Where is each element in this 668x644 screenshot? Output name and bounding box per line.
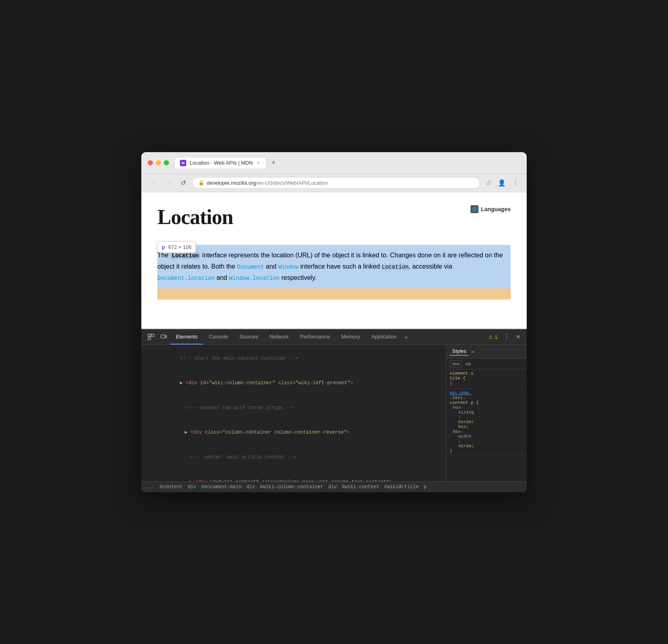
languages-icon: 🌐 [470,205,479,213]
svg-rect-3 [161,335,165,338]
styles-overflow-button[interactable]: » [471,348,474,355]
paragraph-highlight-yellow [157,288,511,300]
style-close-brace-2: } [450,448,523,453]
breadcrumb-wiki-article[interactable]: #wikiArticle [383,483,420,491]
comment-node: <!-- start the main content container --… [180,356,298,361]
devtools-line: <!-- start the main content container --… [141,346,446,371]
styles-tab[interactable]: Styles [450,347,468,356]
devtools-warning-indicator: ⚠ 1 [485,334,501,340]
styles-panel-header: Styles » [446,345,527,359]
tab-console[interactable]: Console [203,330,234,344]
styles-panel: Styles » :hov .cls element.style { } [446,345,527,481]
security-lock-icon: 🔒 [198,180,204,185]
cls-button[interactable]: .cls [464,361,471,366]
responsive-design-button[interactable] [157,330,170,343]
breadcrumb-wiki-column[interactable]: #wiki-column-container [258,483,325,491]
warning-count: 1 [495,334,497,340]
tab-application[interactable]: Application [366,330,403,344]
devtools-breadcrumb: ... #content div #document-main div #wik… [141,481,527,492]
elements-panel: <!-- start the main content container --… [141,345,446,481]
devtools-main-area: <!-- start the main content container --… [141,345,527,481]
devtools-tabs-bar: Elements Console Sources Network Perform… [141,330,527,345]
url-display: developer.mozilla.org/en-US/docs/Web/API… [207,180,328,186]
style-prop-box-sizing: box- sizing : border box; [450,405,523,429]
style-close-brace: } [450,381,523,387]
page-content: 🌐 Languages Location p 672 × 106 The Loc… [141,192,527,329]
forward-button[interactable]: → [163,177,174,188]
style-selector: element.style { [450,371,523,381]
new-tab-button[interactable]: + [269,159,278,167]
svg-rect-1 [148,337,151,340]
devtools-line[interactable]: ▶ <div id="wiki-content" class="column-m… [141,470,446,481]
url-bar[interactable]: 🔒 developer.mozilla.org/en-US/docs/Web/A… [192,177,480,189]
document-location-link[interactable]: Document.location [157,274,215,281]
tab-favicon-icon: M [180,160,186,166]
devtools-line[interactable]: ▶ <div id="wiki-column-container" class=… [141,371,446,396]
inspect-element-button[interactable] [145,330,157,343]
languages-button[interactable]: 🌐 Languages [470,205,511,213]
style-selector-2: .text-content p { [450,395,523,405]
tab-memory[interactable]: Memory [336,330,366,344]
address-bar: ← → ↺ 🔒 developer.mozilla.org/en-US/docs… [141,174,527,192]
breadcrumb-content[interactable]: #content [158,483,185,491]
devtools-more-button[interactable]: ⋮ [501,331,513,343]
address-actions: ☆ 👤 ⋮ [484,177,520,188]
tab-close-button[interactable]: × [256,160,261,166]
style-rule-element: element.style { } [446,369,527,389]
breadcrumb-p[interactable]: p [422,483,428,491]
url-domain: developer.mozilla.org [207,180,256,186]
bookmark-button[interactable]: ☆ [484,177,493,188]
browser-menu-button[interactable]: ⋮ [511,177,520,188]
tab-title: Location - Web APIs | MDN [189,160,253,166]
hov-button[interactable]: :hov [450,360,462,367]
refresh-button[interactable]: ↺ [178,177,188,188]
page-title: Location [157,205,511,229]
breadcrumb-div-3[interactable]: div [327,483,339,491]
breadcrumb-div-1[interactable]: div [186,483,198,491]
tab-sources[interactable]: Sources [234,330,264,344]
tooltip-tag: p [162,244,165,250]
svg-rect-2 [151,334,154,336]
devtools-line: <!-- center: main article content --> [141,445,446,470]
maximize-window-button[interactable] [164,160,169,165]
minimize-window-button[interactable] [156,160,161,165]
title-bar: M Location - Web APIs | MDN × + [141,152,527,174]
devtools-panel: Elements Console Sources Network Perform… [141,329,527,492]
breadcrumb-div-2[interactable]: div [245,483,257,491]
devtools-line: <!-- content row with three strips --> [141,396,446,421]
account-button[interactable]: 👤 [496,177,507,188]
document-link[interactable]: Document [237,263,264,270]
devtools-line[interactable]: ▶ <div class="column-container column-co… [141,420,446,445]
warning-icon: ⚠ [488,334,493,340]
devtools-close-button[interactable]: × [513,331,523,343]
tab-bar: M Location - Web APIs | MDN × + [174,157,520,169]
svg-rect-0 [148,334,151,336]
breadcrumb-wiki-content[interactable]: #wiki-content [340,483,381,491]
tab-elements[interactable]: Elements [170,330,203,344]
url-path: /en-US/docs/Web/API/Location [256,180,328,186]
style-link[interactable]: mdn.cb0e… [450,391,523,395]
paragraph-highlight-blue: The Location interface represents the lo… [157,245,511,288]
breadcrumb-document-main[interactable]: #document-main [200,483,243,491]
traffic-lights [148,160,169,165]
languages-label: Languages [481,206,511,212]
back-button[interactable]: ← [148,177,159,188]
tooltip-size: 672 × 106 [168,244,191,250]
styles-filter-row: :hov .cls [446,359,527,369]
window-location-link[interactable]: Window.location [229,274,279,281]
breadcrumb-dots[interactable]: ... [145,483,157,491]
style-prop-max-width: max- width : 42rem; [450,429,523,448]
svg-rect-4 [165,336,167,338]
browser-window: M Location - Web APIs | MDN × + ← → ↺ 🔒 … [141,152,527,492]
devtools-overflow-button[interactable]: » [402,331,410,343]
close-window-button[interactable] [148,160,153,165]
style-rule-text-content-p: mdn.cb0e… .text-content p { box- sizing … [446,389,527,455]
active-tab[interactable]: M Location - Web APIs | MDN × [174,157,267,169]
tab-network[interactable]: Network [264,330,295,344]
tab-performance[interactable]: Performance [294,330,335,344]
highlighted-paragraph-container: The Location interface represents the lo… [157,245,511,300]
element-size-tooltip: p 672 × 106 [157,241,196,253]
window-link[interactable]: Window [278,263,298,270]
paragraph-text: The Location interface represents the lo… [157,250,511,283]
